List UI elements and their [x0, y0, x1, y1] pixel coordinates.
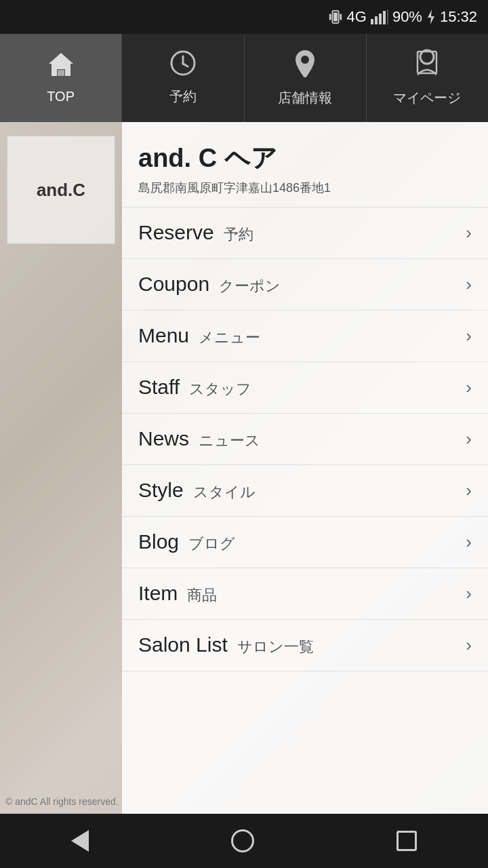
svg-marker-9 — [428, 9, 434, 24]
menu-jp-coupon: クーポン — [219, 276, 281, 296]
menu-en-staff: Staff — [138, 376, 180, 399]
svg-rect-11 — [58, 70, 64, 76]
menu-item-blog[interactable]: Blog ブログ › — [122, 517, 488, 568]
svg-rect-4 — [371, 19, 373, 24]
back-icon — [71, 830, 89, 852]
menu-en-reserve: Reserve — [138, 221, 214, 244]
signal-icon — [371, 9, 388, 24]
time-label: 15:32 — [440, 8, 477, 26]
tab-reserve-label: 予約 — [169, 87, 197, 106]
tab-mypage[interactable]: マイページ — [367, 34, 488, 122]
menu-item-style[interactable]: Style スタイル › — [122, 465, 488, 517]
tab-shop-label: 店舗情報 — [278, 89, 332, 107]
svg-point-15 — [301, 56, 309, 64]
chevron-icon: › — [466, 532, 472, 553]
logo-text: and.C — [37, 180, 85, 201]
menu-en-coupon: Coupon — [138, 273, 209, 296]
location-icon — [294, 49, 316, 83]
salon-logo-area: and.C © andC All rights reserved. — [0, 122, 122, 814]
footer-copyright: © andC All rights reserved. — [0, 796, 122, 807]
chevron-icon: › — [466, 274, 472, 295]
menu-item-staff[interactable]: Staff スタッフ › — [122, 362, 488, 414]
menu-en-blog: Blog — [138, 530, 179, 553]
salon-address: 島尻郡南風原町字津嘉山1486番地1 — [138, 180, 472, 196]
home-icon — [231, 829, 254, 852]
chevron-icon: › — [466, 222, 472, 243]
salon-name: and. C ヘア — [138, 141, 472, 176]
recent-icon — [396, 831, 417, 851]
tab-top[interactable]: TOP — [0, 34, 122, 122]
tab-bar: TOP 予約 店舗情報 マイページ — [0, 34, 488, 122]
chevron-icon: › — [466, 429, 472, 450]
menu-jp-reserve: 予約 — [224, 224, 253, 245]
home-button[interactable] — [231, 829, 254, 852]
tab-mypage-label: マイページ — [393, 89, 461, 107]
menu-jp-news: ニュース — [199, 431, 260, 451]
menu-item-salon-list[interactable]: Salon List サロン一覧 › — [122, 620, 488, 671]
menu-item-reserve[interactable]: Reserve 予約 › — [122, 208, 488, 259]
recent-button[interactable] — [396, 831, 417, 851]
menu-item-news[interactable]: News ニュース › — [122, 414, 488, 465]
battery-label: 90% — [392, 8, 422, 26]
menu-en-item: Item — [138, 582, 178, 605]
tab-shop[interactable]: 店舗情報 — [245, 34, 367, 122]
home-icon — [47, 52, 75, 83]
salon-header: and. C ヘア 島尻郡南風原町字津嘉山1486番地1 — [122, 122, 488, 208]
menu-jp-style: スタイル — [193, 482, 256, 502]
menu-jp-item: 商品 — [187, 585, 217, 606]
svg-rect-3 — [340, 14, 342, 20]
logo-box: and.C — [7, 136, 115, 244]
clock-icon — [170, 50, 196, 82]
svg-line-14 — [183, 64, 188, 66]
menu-en-news: News — [138, 427, 189, 450]
bottom-nav — [0, 814, 488, 868]
menu-en-menu: Menu — [138, 324, 189, 347]
tab-reserve[interactable]: 予約 — [122, 34, 244, 122]
menu-en-style: Style — [138, 479, 184, 502]
back-button[interactable] — [71, 830, 89, 852]
menu-en-salon-list: Salon List — [138, 633, 228, 656]
status-icons: 4G 90% 15:32 — [328, 8, 477, 26]
svg-rect-5 — [375, 16, 378, 24]
signal-label: 4G — [347, 8, 367, 26]
chevron-icon: › — [466, 480, 472, 501]
main-content: and.C © andC All rights reserved. and. C… — [0, 122, 488, 814]
menu-item-item[interactable]: Item 商品 › — [122, 568, 488, 620]
status-bar: 4G 90% 15:32 — [0, 0, 488, 34]
menu-jp-staff: スタッフ — [189, 379, 251, 399]
chevron-icon: › — [466, 635, 472, 656]
menu-jp-blog: ブログ — [188, 534, 235, 554]
battery-charging-icon — [426, 9, 436, 24]
person-icon — [415, 49, 439, 83]
chevron-icon: › — [466, 377, 472, 398]
tab-top-label: TOP — [47, 89, 75, 104]
vibrate-icon — [328, 9, 343, 24]
menu-item-menu[interactable]: Menu メニュー › — [122, 311, 488, 362]
svg-rect-7 — [383, 11, 386, 24]
menu-jp-menu: メニュー — [199, 328, 260, 348]
chevron-icon: › — [466, 326, 472, 347]
svg-rect-1 — [333, 13, 338, 22]
chevron-icon: › — [466, 583, 472, 604]
menu-panel: and. C ヘア 島尻郡南風原町字津嘉山1486番地1 Reserve 予約 … — [122, 122, 488, 814]
svg-rect-6 — [379, 14, 382, 24]
svg-rect-2 — [329, 14, 331, 20]
menu-jp-salon-list: サロン一覧 — [237, 637, 314, 657]
svg-rect-8 — [387, 9, 388, 24]
menu-item-coupon[interactable]: Coupon クーポン › — [122, 259, 488, 311]
